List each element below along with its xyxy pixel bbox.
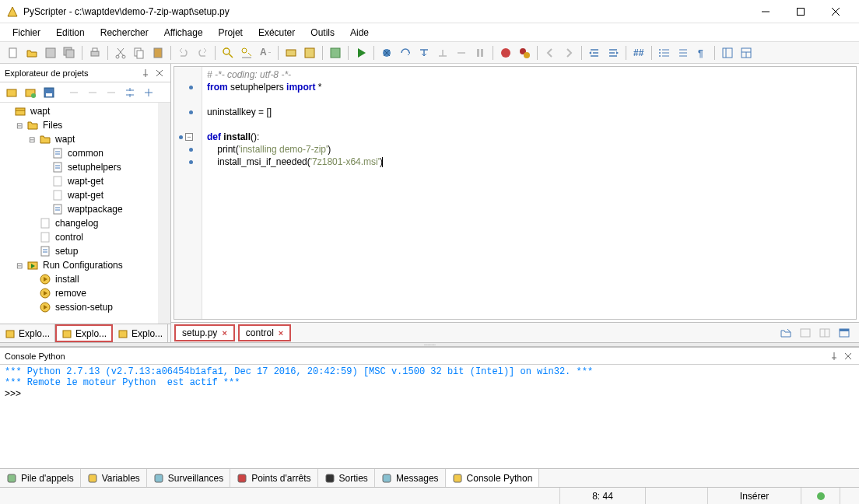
console-close-icon[interactable] — [842, 350, 854, 362]
code-editor[interactable]: − # -*- coding: utf-8 -*-from setuphelpe… — [174, 66, 857, 320]
minimize-button[interactable] — [748, 1, 783, 23]
menu-outils[interactable]: Outils — [303, 25, 342, 40]
bottom-tab[interactable]: Surveillances — [147, 469, 230, 487]
bottom-tab[interactable]: Sorties — [318, 469, 375, 487]
replace-button[interactable]: A→B — [257, 44, 274, 61]
menu-exécuter[interactable]: Exécuter — [251, 25, 303, 40]
stop-all-button[interactable] — [516, 44, 533, 61]
redo-button[interactable] — [194, 44, 211, 61]
save-button[interactable] — [42, 44, 59, 61]
maximize-button[interactable] — [783, 1, 818, 23]
project-tree[interactable]: wapt ⊟ Files ⊟ wapt common setuphelpers … — [0, 103, 170, 324]
sidebar-btn-1[interactable] — [3, 84, 20, 101]
tree-expander[interactable] — [26, 246, 37, 257]
sidebar-tab[interactable]: Explo... — [0, 324, 55, 342]
syntax-button[interactable] — [327, 44, 344, 61]
tree-item[interactable]: waptpackage — [2, 202, 169, 216]
tab-new-button[interactable] — [836, 324, 853, 341]
sidebar-expand-button[interactable] — [140, 84, 157, 101]
save-all-button[interactable] — [61, 44, 78, 61]
sidebar-btn-4[interactable] — [65, 84, 82, 101]
bottom-tab[interactable]: Pile d'appels — [0, 469, 81, 487]
bottom-tab[interactable]: Messages — [375, 469, 446, 487]
tree-item[interactable]: session-setup — [2, 300, 169, 314]
sidebar-tab[interactable]: Explo... — [55, 324, 113, 342]
sidebar-btn-5[interactable] — [84, 84, 101, 101]
menu-projet[interactable]: Projet — [211, 25, 251, 40]
cut-button[interactable] — [112, 44, 129, 61]
tree-item[interactable]: changelog — [2, 216, 169, 230]
close-tab-icon[interactable]: × — [279, 328, 283, 338]
close-tab-icon[interactable]: × — [222, 328, 226, 338]
outdent-button[interactable] — [605, 44, 622, 61]
nav-forward-button[interactable] — [560, 44, 577, 61]
sidebar-collapse-button[interactable] — [121, 84, 138, 101]
sidebar-btn-2[interactable] — [22, 84, 39, 101]
sidebar-tab[interactable]: Explo... — [113, 324, 168, 342]
sidebar-btn-save[interactable] — [40, 84, 58, 101]
tree-item[interactable]: common — [2, 146, 169, 160]
copy-button[interactable] — [131, 44, 148, 61]
bottom-tab[interactable]: Points d'arrêts — [230, 469, 317, 487]
tree-scrollbar[interactable] — [158, 103, 170, 324]
step-over-button[interactable] — [397, 44, 414, 61]
tree-item[interactable]: wapt — [2, 104, 169, 118]
console-pin-icon[interactable] — [828, 350, 840, 362]
tree-expander[interactable] — [26, 232, 37, 243]
layout-button-2[interactable] — [738, 44, 755, 61]
comment-button[interactable]: ## — [630, 44, 647, 61]
step-into-button[interactable] — [415, 44, 433, 61]
menu-aide[interactable]: Aide — [342, 25, 377, 40]
debug-button[interactable] — [378, 44, 395, 61]
list-button[interactable] — [656, 44, 673, 61]
bottom-tab[interactable]: Variables — [81, 469, 147, 487]
tree-item[interactable]: remove — [2, 286, 169, 300]
tree-item[interactable]: ⊟ Files — [2, 118, 169, 132]
console-output[interactable]: *** Python 2.7.13 (v2.7.13:a06454b1afa1,… — [0, 365, 859, 468]
tab-split-button[interactable] — [816, 324, 833, 341]
menu-fichier[interactable]: Fichier — [5, 25, 48, 40]
step-out-button[interactable] — [434, 44, 451, 61]
status-resize-grip[interactable] — [840, 488, 859, 504]
new-file-button[interactable] — [5, 44, 22, 61]
tree-item[interactable]: install — [2, 272, 169, 286]
pilcrow-button[interactable]: ¶ — [693, 44, 710, 61]
code-content[interactable]: # -*- coding: utf-8 -*-from setuphelpers… — [202, 67, 856, 319]
tree-expander[interactable] — [26, 218, 37, 229]
toggle-button-2[interactable] — [301, 44, 318, 61]
run-button[interactable] — [352, 44, 370, 61]
search-button[interactable] — [219, 44, 237, 61]
toggle-button-1[interactable] — [282, 44, 300, 61]
tree-expander[interactable] — [2, 106, 12, 117]
tree-item[interactable]: wapt-get — [2, 174, 169, 188]
menu-affichage[interactable]: Affichage — [156, 25, 211, 40]
layout-button-1[interactable] — [719, 44, 736, 61]
tree-expander[interactable] — [39, 190, 50, 201]
tree-expander[interactable] — [39, 162, 50, 173]
tree-item[interactable]: wapt-get — [2, 188, 169, 202]
print-button[interactable] — [86, 44, 103, 61]
bottom-tab[interactable]: Console Python — [446, 469, 540, 487]
pin-icon[interactable] — [139, 67, 152, 79]
format-button[interactable] — [675, 44, 692, 61]
tree-expander[interactable] — [26, 302, 37, 313]
stop-button[interactable] — [497, 44, 514, 61]
tree-item[interactable]: ⊟ wapt — [2, 132, 169, 146]
open-file-button[interactable] — [23, 44, 40, 61]
tab-list-button[interactable] — [777, 324, 794, 341]
tree-expander[interactable] — [39, 204, 50, 215]
tree-item[interactable]: setuphelpers — [2, 160, 169, 174]
tree-expander[interactable]: ⊟ — [14, 260, 25, 271]
paste-button[interactable] — [149, 44, 167, 61]
editor-tab[interactable]: setup.py× — [174, 324, 235, 341]
indent-button[interactable] — [586, 44, 603, 61]
tree-expander[interactable] — [26, 288, 37, 299]
close-button[interactable] — [818, 1, 853, 23]
continue-button[interactable] — [453, 44, 470, 61]
nav-back-button[interactable] — [542, 44, 559, 61]
tree-item[interactable]: control — [2, 230, 169, 244]
pause-button[interactable] — [472, 44, 489, 61]
tree-item[interactable]: ⊟ Run Configurations — [2, 258, 169, 272]
tree-item[interactable]: setup — [2, 244, 169, 258]
undo-button[interactable] — [175, 44, 192, 61]
